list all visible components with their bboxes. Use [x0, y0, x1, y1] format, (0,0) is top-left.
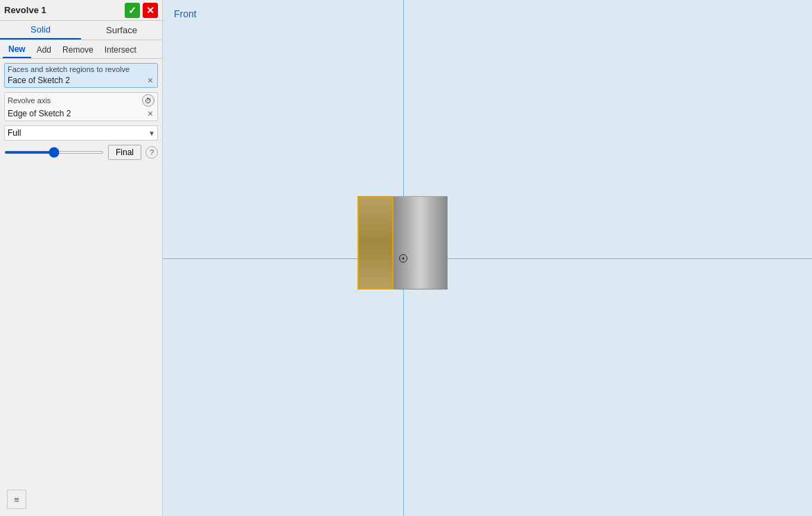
- angle-type-wrapper[interactable]: Full One Direction Symmetric ▼: [4, 125, 158, 141]
- revolve-axis-section: Revolve axis ⏱ Edge of Sketch 2 ×: [4, 92, 158, 121]
- angle-type-select[interactable]: Full One Direction Symmetric: [4, 125, 158, 141]
- axis-clear-button[interactable]: ×: [146, 108, 155, 119]
- viewport: Front: [163, 0, 812, 516]
- title-bar: Revolve 1 ✓ ✕: [0, 0, 162, 21]
- face-selection-value-row: Face of Sketch 2 ×: [8, 75, 155, 86]
- left-panel: Revolve 1 ✓ ✕ Solid Surface New Add Remo…: [0, 0, 163, 516]
- face-selection-value: Face of Sketch 2: [8, 75, 70, 85]
- tree-view-icon[interactable]: ≡: [7, 490, 26, 509]
- face-selection-label: Faces and sketch regions to revolve: [8, 65, 155, 73]
- revolve-cylinder-face: [394, 196, 448, 290]
- origin-point: [399, 254, 407, 263]
- axis-header: Revolve axis ⏱: [8, 94, 155, 107]
- tab-remove[interactable]: Remove: [57, 42, 99, 58]
- confirm-button[interactable]: ✓: [125, 3, 140, 18]
- face-sketch-left: [358, 196, 394, 290]
- face-selection-clear-button[interactable]: ×: [146, 75, 155, 86]
- tab-solid[interactable]: Solid: [0, 21, 81, 39]
- help-button[interactable]: ?: [145, 146, 158, 159]
- axis-value-row: Edge of Sketch 2 ×: [8, 108, 155, 119]
- type-tabs: Solid Surface: [0, 21, 162, 40]
- 3d-shape: [358, 196, 448, 290]
- final-button[interactable]: Final: [108, 145, 141, 160]
- cancel-button[interactable]: ✕: [143, 3, 158, 18]
- axis-label: Revolve axis: [8, 96, 51, 105]
- horizontal-axis-line: [163, 258, 812, 259]
- tab-new[interactable]: New: [3, 42, 31, 58]
- angle-slider[interactable]: [4, 151, 104, 154]
- title-buttons: ✓ ✕: [125, 3, 158, 18]
- tab-intersect[interactable]: Intersect: [99, 42, 142, 58]
- slider-row: Final ?: [4, 145, 158, 160]
- dialog-title: Revolve 1: [4, 5, 46, 15]
- axis-value: Edge of Sketch 2: [8, 109, 71, 118]
- view-label: Front: [174, 8, 197, 19]
- tree-view-icon-symbol: ≡: [14, 495, 19, 505]
- tab-add[interactable]: Add: [31, 42, 57, 58]
- face-selection-box[interactable]: Faces and sketch regions to revolve Face…: [4, 63, 158, 88]
- panel-body: Faces and sketch regions to revolve Face…: [0, 59, 162, 164]
- tab-surface[interactable]: Surface: [81, 21, 162, 39]
- op-tabs: New Add Remove Intersect: [0, 40, 162, 59]
- axis-timer-icon[interactable]: ⏱: [142, 94, 155, 107]
